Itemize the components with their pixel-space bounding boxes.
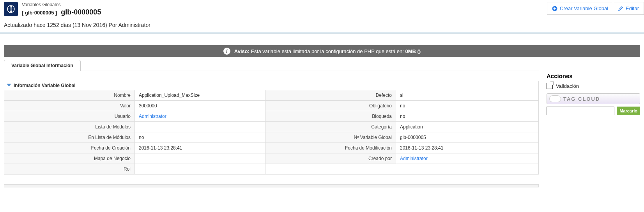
value-en-lista-modulos: no — [135, 132, 265, 143]
detail-table: Nombre Application_Upload_MaxSize Defect… — [4, 90, 539, 175]
acciones-heading: Acciones — [547, 73, 640, 79]
label-categoria: Categoría — [265, 122, 396, 132]
separator — [0, 32, 644, 34]
plus-circle-icon — [552, 6, 557, 11]
label-lista-modulos: Lista de Módulos — [4, 122, 135, 132]
tag-cloud-widget: TAG CLOUD — [547, 93, 640, 104]
pencil-icon — [618, 6, 623, 11]
notice-bar: i Aviso: Esta variable está limitada por… — [4, 45, 640, 57]
value-nombre: Application_Upload_MaxSize — [135, 90, 265, 101]
value-obligatorio: no — [396, 101, 539, 111]
label-fecha-creacion: Fecha de Creación — [4, 143, 135, 153]
panel-title: Información Variable Global — [14, 83, 76, 88]
notice-text: Esta variable está limitada por la confi… — [249, 48, 405, 54]
notice-prefix: Aviso: — [234, 48, 249, 54]
value-bloqueda: no — [396, 111, 539, 122]
create-variable-global-button[interactable]: Crear Variable Global — [547, 2, 613, 15]
module-icon: Vx — [4, 2, 18, 16]
action-validacion-label: Validación — [556, 83, 579, 89]
label-mapa-negocio: Mapa de Negocio — [4, 153, 135, 164]
label-creado-por: Creado por — [265, 153, 396, 164]
page-header: Vx Variables Globales [ glb-0000005 ] gl… — [0, 0, 644, 20]
value-lista-modulos — [135, 122, 265, 132]
updated-info: Actualizado hace 1252 días (13 Nov 2016)… — [0, 20, 644, 32]
tag-submit-button[interactable]: Marcarlo — [617, 107, 640, 115]
value-fecha-creacion: 2016-11-13 23:28:41 — [135, 143, 265, 153]
value-num-var-global: glb-0000005 — [396, 132, 539, 143]
label-rol: Rol — [4, 164, 135, 175]
record-code: [ glb-0000005 ] — [22, 10, 57, 16]
notice-suffix: 0MB () — [405, 48, 421, 54]
label-valor: Valor — [4, 101, 135, 111]
value-defecto: si — [396, 90, 539, 101]
svg-text:Vx: Vx — [9, 11, 12, 13]
tag-cloud-label: TAG CLOUD — [563, 96, 600, 102]
page-title: glb-0000005 — [61, 8, 101, 16]
breadcrumb[interactable]: Variables Globales — [22, 2, 101, 7]
label-defecto: Defecto — [265, 90, 396, 101]
tag-input[interactable] — [547, 107, 614, 115]
action-validacion[interactable]: Validación — [547, 82, 640, 90]
label-nombre: Nombre — [4, 90, 135, 101]
external-link-icon — [547, 83, 553, 89]
value-valor: 3000000 — [135, 101, 265, 111]
bottom-strip — [4, 184, 539, 187]
value-creado-por-link[interactable]: Administrator — [400, 156, 428, 161]
edit-button-label: Editar — [626, 5, 639, 11]
tabs: Variable Global Información — [4, 59, 539, 71]
value-fecha-modificacion: 2016-11-13 23:28:41 — [396, 143, 539, 153]
value-usuario-link[interactable]: Administrator — [139, 114, 166, 119]
label-obligatorio: Obligatorio — [265, 101, 396, 111]
label-fecha-modificacion: Fecha de Modificación — [265, 143, 396, 153]
panel-toggle[interactable]: Información Variable Global — [4, 81, 539, 90]
value-categoria: Application — [396, 122, 539, 132]
label-usuario: Usuario — [4, 111, 135, 122]
value-rol — [135, 164, 265, 175]
value-mapa-negocio — [135, 153, 265, 164]
edit-button[interactable]: Editar — [613, 2, 644, 15]
create-button-label: Crear Variable Global — [560, 5, 608, 11]
cloud-icon — [549, 95, 561, 102]
chevron-down-icon — [7, 83, 11, 88]
label-en-lista-modulos: En Lista de Módulos — [4, 132, 135, 143]
label-bloqueda: Bloqueda — [265, 111, 396, 122]
tab-variable-global-info[interactable]: Variable Global Información — [4, 60, 81, 71]
label-num-var-global: Nº Variable Global — [265, 132, 396, 143]
info-icon: i — [223, 48, 230, 55]
